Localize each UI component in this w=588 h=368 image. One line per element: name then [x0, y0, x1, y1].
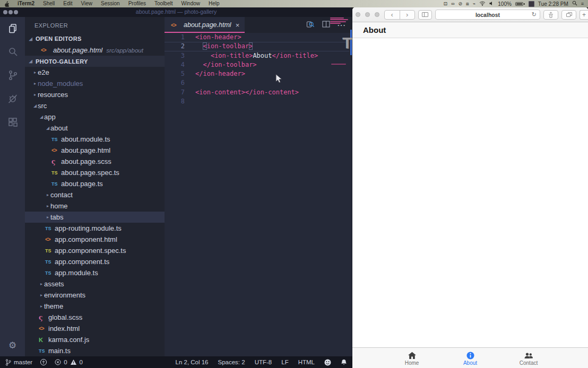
debug-icon[interactable] [0, 87, 25, 110]
tab-overview-button[interactable] [561, 10, 576, 20]
close-tab-icon[interactable]: × [236, 21, 240, 29]
stray-letter-artifact: T [342, 35, 352, 51]
menu-app-name[interactable]: iTerm2 [13, 0, 39, 7]
split-editor-icon[interactable] [322, 20, 330, 30]
tree-item-assets[interactable]: ▸assets [25, 278, 165, 290]
file-tree: ▸e2e▸node_modules▸resources◢src◢app◢abou… [25, 67, 165, 356]
forward-button[interactable]: › [400, 11, 415, 19]
zoom-window-button[interactable] [375, 12, 379, 17]
tree-item-about[interactable]: ◢about [25, 122, 165, 134]
minimize-window-button[interactable] [365, 12, 370, 17]
menu-window[interactable]: Window [177, 0, 204, 7]
settings-gear-icon[interactable]: ⚙ [0, 336, 25, 354]
open-editor-item[interactable]: <> about.page.html src/app/about [25, 45, 165, 56]
do-not-disturb-icon[interactable]: ⊘ [459, 0, 463, 7]
code-line[interactable]: 6 [165, 78, 352, 87]
tree-item-about.module.ts[interactable]: TSabout.module.ts [25, 134, 165, 145]
code-line[interactable]: 5</ion-header> [165, 69, 352, 78]
statusbar-item-3[interactable]: LF [281, 359, 288, 365]
branch-icon [5, 359, 11, 366]
tree-item-contact[interactable]: ▸contact [25, 189, 165, 200]
problems-item[interactable]: 0 0 [55, 359, 83, 365]
tree-item-resources[interactable]: ▸resources [25, 89, 165, 100]
tree-item-app-routing.module.ts[interactable]: TSapp-routing.module.ts [25, 223, 165, 234]
notifications-bell-icon[interactable] [341, 359, 347, 366]
code-line[interactable]: 3 <ion-title>About</ion-title> [165, 51, 352, 60]
editor-area: <> about.page.html × ··· 1<ion-header>2 … [165, 17, 352, 356]
apple-menu-icon[interactable] [0, 1, 13, 7]
code-line[interactable]: 1<ion-header> [165, 33, 352, 42]
source-control-icon[interactable] [0, 64, 25, 87]
statusbar-item-4[interactable]: HTML [298, 359, 315, 365]
code-line[interactable]: 2 <ion-toolbar> [165, 42, 352, 51]
tree-item-main.ts[interactable]: TSmain.ts [25, 345, 165, 356]
address-bar[interactable]: localhost ↻ [435, 10, 540, 20]
tree-item-about.page.scss[interactable]: ςabout.page.scss [25, 156, 165, 167]
tree-item-about.page.spec.ts[interactable]: TSabout.page.spec.ts [25, 167, 165, 178]
menubar-clock[interactable]: Tue 2:28 PM [538, 1, 568, 7]
tree-item-about.page.ts[interactable]: TSabout.page.ts [25, 178, 165, 189]
feedback-smiley-icon[interactable] [324, 359, 331, 366]
tree-item-environments[interactable]: ▸environments [25, 290, 165, 301]
tree-item-e2e[interactable]: ▸e2e [25, 67, 165, 78]
tree-item-app.component.ts[interactable]: TSapp.component.ts [25, 256, 165, 267]
tab-about[interactable]: About [441, 350, 499, 366]
tree-item-about.page.html[interactable]: <>about.page.html [25, 145, 165, 156]
code-line[interactable]: 7<ion-content></ion-content> [165, 88, 352, 97]
glasses-icon[interactable]: ∞ [451, 0, 454, 7]
back-button[interactable]: ‹ [385, 11, 400, 19]
tree-item-node_modules[interactable]: ▸node_modules [25, 78, 165, 89]
open-editors-section[interactable]: ◢ OPEN EDITORS [25, 33, 165, 45]
tree-item-global.scss[interactable]: ςglobal.scss [25, 312, 165, 323]
open-changes-icon[interactable] [306, 20, 315, 30]
tree-item-home[interactable]: ▸home [25, 200, 165, 212]
minimap[interactable] [330, 17, 349, 25]
git-branch-item[interactable]: master [5, 359, 32, 366]
statusbar-item-2[interactable]: UTF-8 [255, 359, 272, 365]
tree-item-theme[interactable]: ▸theme [25, 301, 165, 312]
publish-changes-button[interactable] [40, 358, 47, 366]
input-source-icon[interactable]: ⌁ [473, 0, 475, 7]
tree-item-app[interactable]: ◢app [25, 111, 165, 122]
close-window-button[interactable] [356, 12, 360, 17]
tree-item-tabs[interactable]: ▸tabs [25, 212, 165, 223]
notification-center-icon[interactable]: ≡ [581, 0, 584, 7]
tab-about-page-html[interactable]: <> about.page.html × [165, 17, 245, 33]
reload-icon[interactable]: ↻ [532, 11, 537, 18]
tree-item-index.html[interactable]: <>index.html [25, 323, 165, 334]
menu-session[interactable]: Session [97, 0, 124, 7]
vscode-titlebar[interactable]: about.page.html — photo-gallery [0, 7, 352, 17]
airplay-icon[interactable]: ⧈ [466, 0, 469, 7]
tree-item-karma.conf.js[interactable]: Kkarma.conf.js [25, 334, 165, 345]
explorer-icon[interactable] [0, 17, 25, 40]
tree-item-app.module.ts[interactable]: TSapp.module.ts [25, 267, 165, 278]
tab-contact[interactable]: Contact [499, 351, 558, 366]
menu-shell[interactable]: Shell [39, 0, 59, 7]
statusbar-right: Ln 2, Col 16Spaces: 2UTF-8LFHTML [176, 359, 348, 366]
menu-toolbelt[interactable]: Toolbelt [150, 0, 177, 7]
wifi-icon[interactable] [479, 1, 486, 7]
statusbar-item-0[interactable]: Ln 2, Col 16 [176, 359, 209, 365]
code-content[interactable]: 1<ion-header>2 <ion-toolbar>3 <ion-title… [165, 33, 352, 356]
tree-item-app.component.html[interactable]: <>app.component.html [25, 234, 165, 245]
code-line[interactable]: 8 [165, 97, 352, 106]
menu-view[interactable]: View [77, 0, 97, 7]
project-section[interactable]: ◢ PHOTO-GALLERY [25, 56, 165, 67]
tree-item-app.component.spec.ts[interactable]: TSapp.component.spec.ts [25, 245, 165, 256]
spotlight-icon[interactable] [572, 1, 577, 7]
tab-home[interactable]: Home [383, 350, 441, 366]
search-icon[interactable] [0, 40, 25, 64]
share-button[interactable] [543, 10, 558, 20]
screen-record-icon[interactable]: ⊡ [444, 0, 448, 7]
sidebar-toggle-button[interactable] [418, 10, 432, 20]
menu-edit[interactable]: Edit [59, 0, 76, 7]
code-line[interactable]: 4 </ion-toolbar> [165, 60, 352, 69]
tree-item-src[interactable]: ◢src [25, 100, 165, 111]
new-tab-button[interactable]: + [580, 10, 588, 20]
extensions-icon[interactable] [0, 110, 25, 134]
statusbar-item-1[interactable]: Spaces: 2 [218, 359, 245, 365]
menu-help[interactable]: Help [204, 0, 224, 7]
volume-icon[interactable] [489, 1, 494, 7]
menu-profiles[interactable]: Profiles [124, 0, 150, 7]
menubar-app-icon[interactable] [529, 1, 534, 7]
